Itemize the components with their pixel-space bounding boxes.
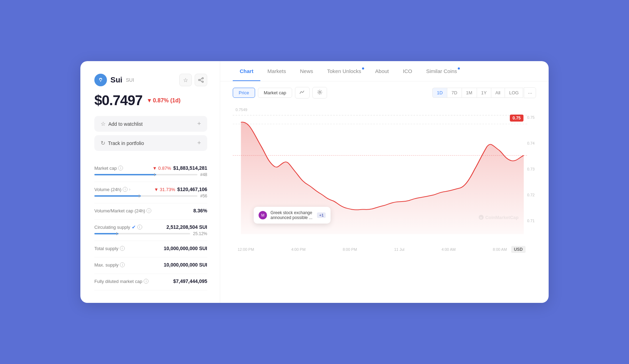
time-log[interactable]: LOG	[505, 88, 523, 98]
stat-circ-supply: Circulating supply ✔ i 2,512,208,504 SUI…	[94, 220, 207, 241]
y-label-074: 0.74	[527, 141, 535, 145]
verified-icon: ✔	[132, 224, 136, 230]
y-label-071: 0.71	[527, 219, 535, 223]
stat-volume: Volume (24h) i › ▼ 31.73% $120,467,106 #…	[94, 182, 207, 203]
info-icon-volmc[interactable]: i	[146, 208, 151, 213]
info-icon-circ[interactable]: i	[137, 225, 142, 230]
line-chart-icon-btn[interactable]	[295, 87, 310, 99]
tab-similar-coins[interactable]: Similar Coins	[419, 61, 464, 81]
time-1y[interactable]: 1Y	[477, 88, 491, 98]
x-label-1: 12:00 PM	[238, 247, 254, 252]
tabs-bar: Chart Markets News Token Unlocks About I…	[220, 61, 549, 81]
news-plus-badge: +1	[317, 212, 326, 218]
market-cap-change: ▼ 0.87%	[152, 166, 171, 171]
total-supply-value: 10,000,000,000 SUI	[164, 246, 207, 251]
more-button[interactable]: ···	[524, 87, 536, 98]
watchlist-label: Add to watchlist	[108, 121, 143, 127]
svg-line-6	[200, 80, 202, 81]
chart-time-controls: 1D 7D 1M 1Y All LOG ···	[432, 87, 536, 98]
settings-icon-btn[interactable]	[312, 87, 327, 99]
market-cap-bar	[94, 174, 197, 175]
left-panel: Sui SUI ☆ $0.7497 ▼	[80, 61, 220, 303]
coinmarketcap-watermark: M CoinMarketCap	[478, 214, 519, 220]
add-watchlist-button[interactable]: ☆ Add to watchlist +	[94, 116, 207, 132]
total-supply-label: Total supply i	[94, 246, 125, 251]
market-cap-rank: #48	[200, 172, 207, 177]
news-text: Greek stock exchange announced possible …	[270, 210, 313, 220]
volume-chevron[interactable]: ›	[129, 187, 130, 192]
news-source-icon: M	[259, 211, 267, 219]
svg-text:M: M	[480, 216, 482, 219]
tab-ico[interactable]: ICO	[396, 61, 419, 81]
share-button[interactable]	[195, 74, 207, 86]
plus-icon: +	[197, 120, 201, 128]
x-label-5: 4:00 AM	[442, 247, 456, 252]
svg-point-2	[202, 78, 203, 79]
info-icon-fdmc[interactable]: i	[144, 279, 149, 284]
volume-label: Volume (24h) i ›	[94, 187, 130, 192]
time-all[interactable]: All	[491, 88, 505, 98]
market-cap-label: Market cap i	[94, 166, 123, 171]
portfolio-label: Track in portfolio	[108, 140, 144, 146]
volume-change: ▼ 31.73%	[154, 187, 175, 192]
y-label-072: 0.72	[527, 193, 535, 197]
main-card: Sui SUI ☆ $0.7497 ▼	[80, 61, 549, 303]
vol-market-cap-value: 8.36%	[193, 208, 207, 213]
tab-token-unlocks[interactable]: Token Unlocks	[320, 61, 368, 81]
info-icon-volume[interactable]: i	[123, 187, 128, 192]
circ-supply-label: Circulating supply ✔ i	[94, 224, 142, 230]
price-value: $0.7497	[94, 93, 143, 108]
similar-coins-dot	[458, 67, 460, 70]
circ-supply-value: 2,512,208,504 SUI	[166, 224, 207, 230]
tab-about[interactable]: About	[368, 61, 396, 81]
info-icon-marketcap[interactable]: i	[118, 166, 123, 170]
y-label-073: 0.73	[527, 167, 535, 171]
chart-left-controls: Price Market cap	[233, 87, 327, 99]
x-label-2: 4:00 PM	[291, 247, 305, 252]
stat-fdmc: Fully diluted market cap i $7,497,444,09…	[94, 274, 207, 290]
price-change: ▼ 0.87% (1d)	[147, 97, 181, 104]
market-cap-pill[interactable]: Market cap	[258, 88, 292, 98]
volume-value: $120,467,106	[177, 187, 207, 192]
y-axis-labels: 0.75 0.74 0.73 0.72 0.71	[527, 115, 535, 223]
svg-point-3	[198, 79, 200, 81]
price-pill[interactable]: Price	[233, 88, 255, 98]
circ-supply-pct: 25.12%	[193, 231, 207, 236]
chart-area: 0.7549 0.75 0.75 0.74 0.73 0.72 0.71	[220, 101, 549, 303]
time-1m[interactable]: 1M	[462, 88, 477, 98]
stat-market-cap: Market cap i ▼ 0.87% $1,883,514,281 #48	[94, 161, 207, 182]
tab-news[interactable]: News	[293, 61, 320, 81]
stat-max-supply: Max. supply i 10,000,000,000 SUI	[94, 257, 207, 274]
y-label-075: 0.75	[527, 115, 535, 119]
info-icon-total[interactable]: i	[120, 246, 125, 251]
svg-point-7	[319, 92, 320, 93]
vol-market-cap-label: Volume/Market cap (24h) i	[94, 208, 151, 213]
stat-total-supply: Total supply i 10,000,000,000 SUI	[94, 241, 207, 257]
x-axis-labels: 12:00 PM 4:00 PM 8:00 PM 11 Jul 4:00 AM …	[238, 247, 507, 252]
coin-logo	[94, 74, 107, 86]
time-1d[interactable]: 1D	[432, 88, 447, 98]
usd-badge: USD	[511, 246, 526, 253]
change-pct: 0.87% (1d)	[153, 97, 180, 104]
star-icon: ☆	[101, 121, 106, 127]
info-icon-max[interactable]: i	[120, 262, 125, 267]
coin-identity: Sui SUI	[94, 74, 134, 86]
svg-point-1	[100, 79, 102, 81]
tab-markets[interactable]: Markets	[260, 61, 293, 81]
max-supply-value: 10,000,000,000 SUI	[164, 262, 207, 268]
circ-supply-bar	[94, 233, 190, 234]
change-arrow: ▼	[147, 97, 152, 104]
time-7d[interactable]: 7D	[447, 88, 462, 98]
x-axis-row: 12:00 PM 4:00 PM 8:00 PM 11 Jul 4:00 AM …	[233, 245, 536, 254]
tab-chart[interactable]: Chart	[233, 61, 260, 81]
news-tooltip[interactable]: M Greek stock exchange announced possibl…	[254, 207, 331, 224]
svg-line-5	[200, 79, 202, 80]
y-axis-top-label: 0.7549	[236, 108, 247, 112]
track-portfolio-button[interactable]: ↻ Track in portfolio +	[94, 135, 207, 151]
stat-vol-market-cap: Volume/Market cap (24h) i 8.36%	[94, 203, 207, 220]
token-unlocks-dot	[362, 67, 364, 70]
coin-name: Sui	[110, 75, 122, 85]
right-panel: Chart Markets News Token Unlocks About I…	[220, 61, 549, 303]
star-button[interactable]: ☆	[179, 74, 192, 86]
stats-section: Market cap i ▼ 0.87% $1,883,514,281 #48	[94, 161, 207, 290]
